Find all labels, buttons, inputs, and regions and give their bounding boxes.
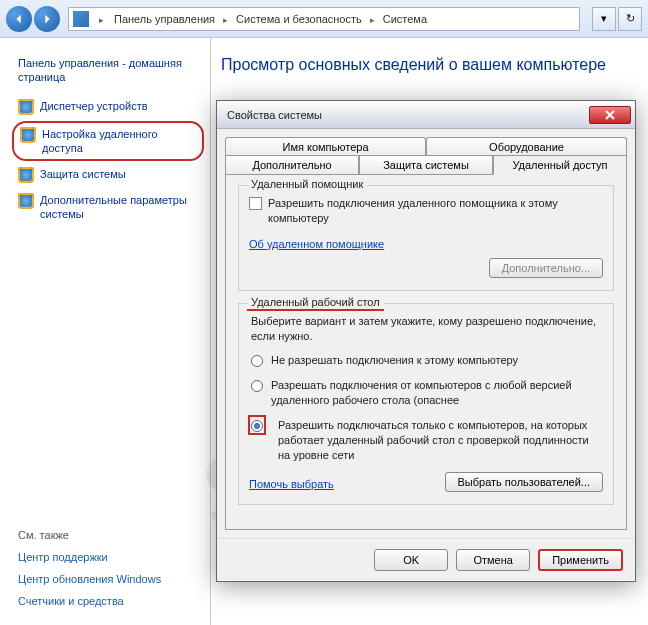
sidebar-item-label: Настройка удаленного доступа bbox=[42, 127, 196, 156]
radio-allow-nla[interactable] bbox=[251, 420, 263, 432]
see-also-link[interactable]: Счетчики и средства bbox=[18, 595, 198, 607]
breadcrumb-part[interactable]: Система bbox=[383, 13, 427, 25]
radio-row: Разрешить подключаться только с компьюте… bbox=[249, 418, 603, 463]
shield-icon bbox=[18, 167, 34, 183]
breadcrumb-part[interactable]: Панель управления bbox=[114, 13, 215, 25]
sidebar-item-advanced-settings[interactable]: Дополнительные параметры системы bbox=[18, 193, 198, 222]
toolbar-buttons: ▾ ↻ bbox=[592, 7, 642, 31]
tab-system-protection[interactable]: Защита системы bbox=[359, 155, 493, 174]
system-properties-dialog: Свойства системы Имя компьютера Оборудов… bbox=[216, 100, 636, 582]
address-bar[interactable]: Панель управления Система и безопасность… bbox=[68, 7, 580, 31]
breadcrumb-part[interactable]: Система и безопасность bbox=[236, 13, 362, 25]
sidebar-item-label: Дополнительные параметры системы bbox=[40, 193, 198, 222]
dialog-title: Свойства системы bbox=[227, 109, 322, 121]
back-button[interactable] bbox=[6, 6, 32, 32]
breadcrumb-sep bbox=[97, 13, 106, 25]
sidebar-item-label: Защита системы bbox=[40, 167, 126, 181]
group-legend: Удаленный помощник bbox=[247, 178, 367, 190]
see-also-link[interactable]: Центр поддержки bbox=[18, 551, 198, 563]
ok-button[interactable]: OK bbox=[374, 549, 448, 571]
page-title: Просмотр основных сведений о вашем компь… bbox=[221, 56, 638, 74]
checkbox-row: Разрешить подключения удаленного помощни… bbox=[249, 196, 603, 226]
group-bottom-row: Помочь выбрать Выбрать пользователей... bbox=[249, 472, 603, 492]
radio-label: Не разрешать подключения к этому компьют… bbox=[271, 353, 603, 368]
tab-row-front: Дополнительно Защита системы Удаленный д… bbox=[225, 155, 627, 174]
highlight-box bbox=[248, 415, 266, 435]
radio-label: Разрешать подключения от компьютеров с л… bbox=[271, 378, 603, 408]
sidebar: Панель управления - домашняя страница Ди… bbox=[0, 38, 210, 625]
cancel-button[interactable]: Отмена bbox=[456, 549, 530, 571]
about-remote-assistance-link[interactable]: Об удаленном помощнике bbox=[249, 238, 384, 250]
help-choose-link[interactable]: Помочь выбрать bbox=[249, 478, 334, 490]
forward-button[interactable] bbox=[34, 6, 60, 32]
tab-remote[interactable]: Удаленный доступ bbox=[493, 155, 627, 175]
group-description: Выберите вариант и затем укажите, кому р… bbox=[249, 314, 603, 344]
sidebar-see-also: См. также Центр поддержки Центр обновлен… bbox=[18, 529, 198, 617]
sidebar-item-device-manager[interactable]: Диспетчер устройств bbox=[18, 99, 198, 115]
dialog-titlebar: Свойства системы bbox=[217, 101, 635, 129]
dialog-footer: OK Отмена Применить bbox=[217, 538, 635, 581]
breadcrumb-sep bbox=[221, 13, 230, 25]
group-remote-assistance: Удаленный помощник Разрешить подключения… bbox=[238, 185, 614, 291]
group-remote-desktop: Удаленный рабочий стол Выберите вариант … bbox=[238, 303, 614, 506]
nav-arrows bbox=[6, 6, 60, 32]
sidebar-home-link[interactable]: Панель управления - домашняя страница bbox=[18, 56, 198, 85]
sidebar-item-label: Диспетчер устройств bbox=[40, 99, 148, 113]
radio-row: Разрешать подключения от компьютеров с л… bbox=[249, 378, 603, 408]
select-users-button[interactable]: Выбрать пользователей... bbox=[445, 472, 604, 492]
apply-button[interactable]: Применить bbox=[538, 549, 623, 571]
radio-dont-allow[interactable] bbox=[251, 355, 263, 367]
button-row: Дополнительно... bbox=[249, 258, 603, 278]
group-legend: Удаленный рабочий стол bbox=[247, 296, 384, 311]
tab-advanced[interactable]: Дополнительно bbox=[225, 155, 359, 174]
radio-allow-any[interactable] bbox=[251, 380, 263, 392]
dialog-body: Имя компьютера Оборудование Дополнительн… bbox=[217, 129, 635, 538]
tab-row-back: Имя компьютера Оборудование bbox=[225, 137, 627, 155]
breadcrumb: Панель управления Система и безопасность… bbox=[114, 13, 427, 25]
sidebar-item-system-protection[interactable]: Защита системы bbox=[18, 167, 198, 183]
tab-panel-remote: Удаленный помощник Разрешить подключения… bbox=[225, 174, 627, 530]
tab-hardware[interactable]: Оборудование bbox=[426, 137, 627, 156]
close-button[interactable] bbox=[589, 106, 631, 124]
refresh-button[interactable]: ↻ bbox=[618, 7, 642, 31]
shield-icon bbox=[18, 193, 34, 209]
toolbar: Панель управления Система и безопасность… bbox=[0, 0, 648, 38]
shield-icon bbox=[20, 127, 36, 143]
allow-remote-assistance-checkbox[interactable] bbox=[249, 197, 262, 210]
tab-computer-name[interactable]: Имя компьютера bbox=[225, 137, 426, 156]
breadcrumb-sep bbox=[368, 13, 377, 25]
checkbox-label: Разрешить подключения удаленного помощни… bbox=[268, 196, 603, 226]
shield-icon bbox=[18, 99, 34, 115]
see-also-link[interactable]: Центр обновления Windows bbox=[18, 573, 198, 585]
system-icon bbox=[73, 11, 89, 27]
radio-row: Не разрешать подключения к этому компьют… bbox=[249, 353, 603, 368]
dropdown-button[interactable]: ▾ bbox=[592, 7, 616, 31]
tab-control: Имя компьютера Оборудование Дополнительн… bbox=[225, 137, 627, 530]
close-icon bbox=[605, 110, 615, 120]
see-also-title: См. также bbox=[18, 529, 198, 541]
sidebar-item-remote-settings[interactable]: Настройка удаленного доступа bbox=[12, 121, 204, 162]
radio-label: Разрешить подключаться только с компьюте… bbox=[278, 418, 603, 463]
advanced-button[interactable]: Дополнительно... bbox=[489, 258, 603, 278]
